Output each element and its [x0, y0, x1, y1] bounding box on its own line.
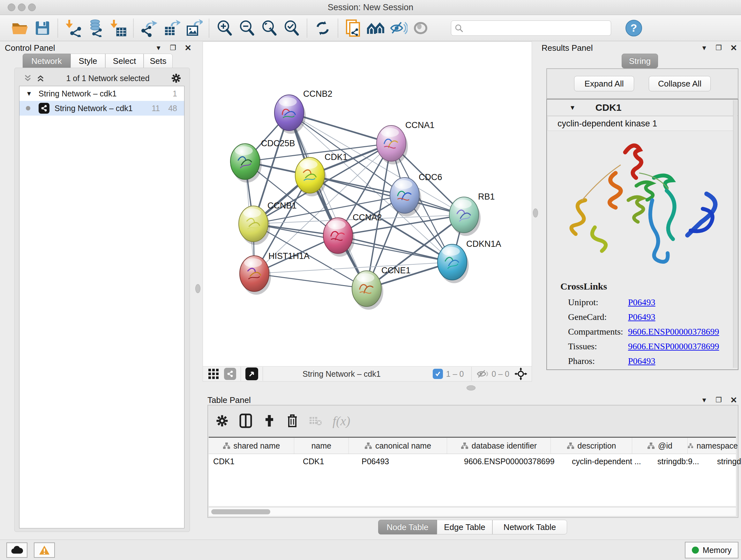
column-header-id[interactable]: @id [632, 438, 688, 454]
edge-count: 48 [168, 104, 177, 113]
node-table: shared name name canonical name database… [209, 437, 736, 506]
collapse-all-networks-icon[interactable] [23, 74, 32, 82]
collapse-all-button[interactable]: Collapse All [649, 76, 711, 91]
grid-mode-icon[interactable] [208, 368, 219, 379]
add-column-icon[interactable] [263, 415, 276, 427]
zoom-in-button[interactable] [213, 18, 236, 38]
horizontal-splitter-handle[interactable] [467, 385, 475, 390]
export-table-button[interactable] [160, 18, 183, 38]
zoom-selected-button[interactable] [280, 18, 303, 38]
tab-sets[interactable]: Sets [144, 54, 173, 68]
results-panel-float-icon[interactable]: ❐ [716, 44, 722, 52]
column-header-database-identifier[interactable]: database identifier [447, 438, 551, 454]
export-network-button[interactable] [138, 18, 160, 38]
toolbar-separator [209, 19, 210, 37]
tab-network[interactable]: Network [23, 54, 71, 68]
open-session-button[interactable] [9, 18, 31, 38]
results-scrollbar[interactable] [733, 100, 737, 368]
node-HIST1H1A[interactable]: HIST1H1A [240, 251, 310, 295]
node-CCNE1[interactable]: CCNE1 [352, 266, 411, 310]
network-canvas[interactable]: CCNB2CCNA1CDC25BCDK1CDC6RB1CCNB1CCNA2CDK… [203, 42, 532, 367]
export-image-button[interactable] [183, 18, 205, 38]
node-CDC6[interactable]: CDC6 [390, 172, 442, 216]
cloud-status-button[interactable] [6, 543, 27, 558]
node-CCNB1[interactable]: CCNB1 [239, 201, 297, 245]
delete-column-icon[interactable] [286, 414, 298, 428]
inactive-eye-button[interactable] [409, 18, 432, 38]
show-columns-icon[interactable] [239, 414, 252, 428]
tab-select[interactable]: Select [105, 54, 144, 68]
birdseye-view-icon[interactable] [246, 368, 258, 380]
table-panel-close-icon[interactable]: ✕ [730, 395, 737, 405]
show-hide-button[interactable] [387, 18, 409, 38]
import-table-file-button[interactable] [107, 18, 129, 38]
collection-name: String Network – cdk1 [39, 89, 117, 98]
column-header-shared-name[interactable]: shared name [209, 438, 294, 454]
disclosure-triangle-icon[interactable]: ▼ [569, 104, 576, 111]
results-panel-close-icon[interactable]: ✕ [730, 43, 737, 53]
save-floppy-icon [35, 20, 51, 36]
disclosure-triangle-icon[interactable]: ▼ [26, 90, 32, 98]
table-panel-float-icon[interactable]: ❐ [716, 396, 722, 404]
node-CDK1[interactable]: CDK1 [295, 152, 347, 196]
network-graph[interactable]: CCNB2CCNA1CDC25BCDK1CDC6RB1CCNB1CCNA2CDK… [203, 42, 532, 366]
edge-HIST1H1A-CCNE1[interactable] [254, 273, 367, 289]
crosslink-link[interactable]: P06493 [628, 356, 656, 366]
crosslink-link[interactable]: 9606.ENSP00000378699 [628, 341, 719, 352]
warning-status-button[interactable] [34, 543, 55, 558]
network-badge-icon[interactable] [224, 368, 236, 380]
crosslink-link[interactable]: 9606.ENSP00000378699 [628, 327, 719, 337]
column-header-canonical-name[interactable]: canonical name [349, 438, 447, 454]
network-collection-row[interactable]: ▼ String Network – cdk1 1 [19, 86, 184, 101]
hidden-counts: 0 – 0 [491, 369, 509, 379]
protein-card-header[interactable]: ▼ CDK1 [547, 100, 738, 116]
first-neighbors-button[interactable] [365, 18, 387, 38]
table-gear-icon[interactable] [216, 415, 228, 427]
node-CDKN1A[interactable]: CDKN1A [437, 239, 501, 283]
control-panel-float-icon[interactable]: ❐ [170, 44, 176, 52]
save-session-button[interactable] [31, 18, 54, 38]
duplicate-network-button[interactable] [342, 18, 365, 38]
tab-edge-table[interactable]: Edge Table [437, 520, 492, 535]
node-RB1[interactable]: RB1 [449, 192, 495, 236]
crosslink-link[interactable]: P06493 [628, 297, 656, 307]
tab-string[interactable]: String [622, 54, 658, 68]
refresh-button[interactable] [312, 18, 334, 38]
scrollbar-thumb[interactable] [211, 509, 270, 514]
table-panel-collapse-icon[interactable]: ▼ [701, 396, 708, 404]
network-options-gear-icon[interactable] [171, 73, 181, 83]
crosslink-label: GeneCard: [568, 312, 628, 322]
edge-CCNA2-CDKN1A[interactable] [338, 236, 452, 262]
column-header-name[interactable]: name [294, 438, 349, 454]
import-network-file-button[interactable] [62, 18, 84, 38]
search-input[interactable] [463, 23, 608, 33]
right-splitter-handle[interactable] [533, 208, 538, 217]
pan-crosshair-icon[interactable] [515, 368, 527, 380]
search-field[interactable] [451, 20, 611, 36]
table-row[interactable]: CDK1 CDK1 P06493 9606.ENSP00000378699 cy… [209, 454, 736, 469]
zoom-out-button[interactable] [236, 18, 258, 38]
tab-node-table[interactable]: Node Table [378, 520, 437, 535]
node-CCNB2[interactable]: CCNB2 [274, 89, 333, 134]
column-header-namespace[interactable]: namespace [688, 438, 738, 454]
zoom-fit-button[interactable] [258, 18, 280, 38]
control-panel-collapse-icon[interactable]: ▼ [155, 44, 162, 52]
tab-style[interactable]: Style [71, 54, 105, 68]
window-title: Session: New Session [0, 3, 741, 12]
help-button[interactable]: ? [623, 18, 645, 38]
import-network-database-button[interactable] [84, 18, 107, 38]
hidden-eye-slash-icon[interactable] [476, 369, 488, 379]
memory-button[interactable]: Memory [685, 542, 738, 558]
results-panel-collapse-icon[interactable]: ▼ [701, 44, 708, 52]
expand-all-networks-icon[interactable] [37, 74, 45, 82]
control-panel-close-icon[interactable]: ✕ [185, 43, 192, 53]
table-horizontal-scrollbar[interactable] [209, 507, 736, 516]
left-splitter-handle[interactable] [195, 284, 200, 293]
edge-CCNB2-CCNE1[interactable] [289, 113, 367, 289]
column-header-description[interactable]: description [551, 438, 632, 454]
crosslink-link[interactable]: P06493 [628, 312, 656, 322]
network-row[interactable]: String Network – cdk1 11 48 [19, 101, 184, 116]
selected-checkbox-icon[interactable] [433, 369, 443, 379]
expand-all-button[interactable]: Expand All [574, 76, 634, 91]
tab-network-table[interactable]: Network Table [492, 520, 567, 535]
